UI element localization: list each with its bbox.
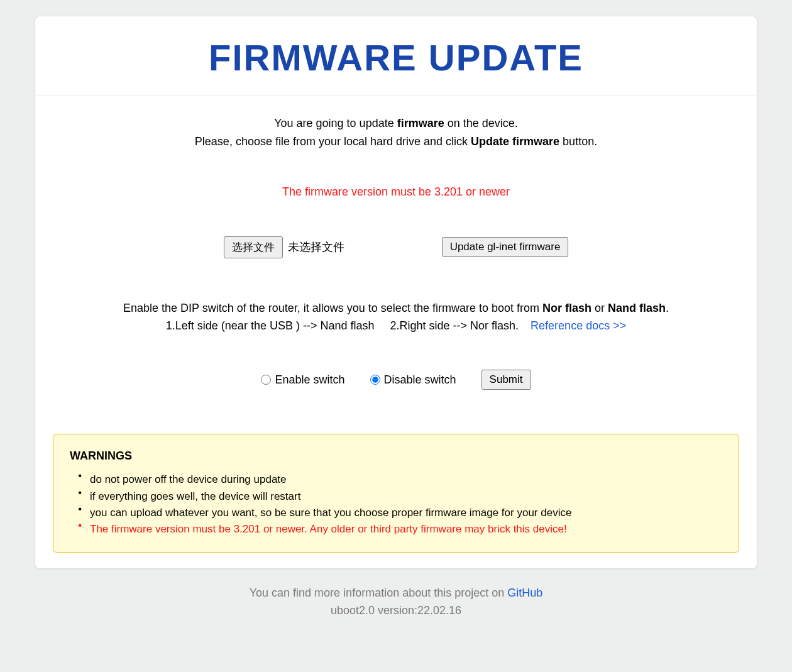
update-firmware-button[interactable]: Update gl-inet firmware (442, 237, 569, 257)
dip-line1-mid: or (591, 302, 608, 314)
warnings-box: WARNINGS do not power off the device dur… (53, 434, 739, 552)
footer-text: You can find more information about this… (250, 587, 508, 599)
page-title: FIRMWARE UPDATE (48, 36, 744, 79)
warning-item: do not power off the device during updat… (79, 471, 722, 488)
card-header: FIRMWARE UPDATE (35, 16, 757, 96)
warning-item: you can upload whatever you want, so be … (79, 505, 722, 521)
disable-switch-label[interactable]: Disable switch (370, 373, 456, 387)
dip-line1-post: . (666, 302, 669, 314)
disable-switch-text: Disable switch (384, 373, 456, 387)
warning-item: if everything goes well, the device will… (79, 488, 722, 505)
intro-line2-post: button. (559, 135, 597, 148)
enable-switch-text: Enable switch (275, 373, 344, 387)
dip-line2-left: 1.Left side (near the USB ) --> Nand fla… (166, 319, 375, 332)
intro-line2-pre: Please, choose file from your local hard… (195, 135, 471, 148)
choose-file-button[interactable]: 选择文件 (224, 236, 283, 258)
version-warning: The firmware version must be 3.201 or ne… (35, 151, 757, 199)
disable-switch-radio[interactable] (370, 375, 380, 385)
file-row: 选择文件 未选择文件 Update gl-inet firmware (35, 199, 757, 258)
reference-docs-link[interactable]: Reference docs >> (531, 319, 626, 332)
dip-line1-bold1: Nor flash (542, 302, 591, 314)
footer-version: uboot2.0 version:22.02.16 (41, 602, 751, 620)
intro-line1-bold: firmware (397, 117, 444, 129)
dip-line2-right: 2.Right side --> Nor flash. (390, 319, 519, 332)
enable-switch-label[interactable]: Enable switch (261, 373, 344, 387)
main-card: FIRMWARE UPDATE You are going to update … (35, 16, 757, 569)
submit-button[interactable]: Submit (481, 370, 531, 390)
intro-line1-post: on the device. (444, 117, 518, 129)
enable-switch-radio[interactable] (261, 375, 271, 385)
dip-line1-pre: Enable the DIP switch of the router, it … (123, 302, 542, 314)
file-status-text: 未选择文件 (288, 240, 344, 255)
warnings-title: WARNINGS (70, 449, 722, 463)
intro-text: You are going to update firmware on the … (35, 96, 757, 151)
warning-item-critical: The firmware version must be 3.201 or ne… (79, 521, 722, 537)
dip-line1-bold2: Nand flash (608, 302, 666, 314)
footer: You can find more information about this… (35, 569, 757, 620)
github-link[interactable]: GitHub (507, 587, 542, 599)
intro-line1-pre: You are going to update (274, 117, 397, 129)
switch-radio-row: Enable switch Disable switch Submit (35, 335, 757, 427)
file-chooser: 选择文件 未选择文件 (224, 236, 344, 258)
intro-line2-bold: Update firmware (471, 135, 559, 148)
warnings-list: do not power off the device during updat… (70, 471, 722, 537)
dip-switch-info: Enable the DIP switch of the router, it … (35, 258, 757, 336)
